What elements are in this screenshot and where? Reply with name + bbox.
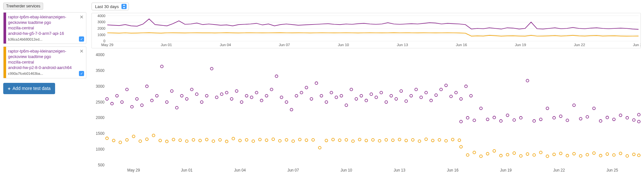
- svg-point-178: [351, 140, 354, 143]
- svg-point-136: [619, 114, 622, 116]
- svg-point-173: [318, 146, 321, 149]
- svg-text:1000: 1000: [98, 33, 106, 37]
- svg-point-58: [205, 94, 208, 97]
- svg-point-184: [391, 139, 394, 142]
- svg-point-105: [440, 88, 442, 91]
- svg-point-60: [215, 96, 218, 99]
- svg-point-39: [111, 102, 113, 105]
- svg-point-191: [438, 139, 441, 141]
- svg-point-151: [172, 138, 175, 141]
- svg-point-49: [160, 65, 163, 68]
- svg-text:Jun 25: Jun 25: [633, 43, 640, 47]
- svg-point-128: [566, 119, 569, 122]
- svg-point-198: [480, 155, 482, 157]
- svg-point-80: [315, 82, 318, 84]
- svg-point-195: [460, 145, 462, 148]
- svg-text:3000: 3000: [96, 84, 104, 89]
- svg-point-93: [380, 91, 382, 94]
- svg-point-91: [370, 93, 372, 95]
- svg-point-153: [186, 140, 188, 143]
- svg-text:Jun 16: Jun 16: [447, 168, 458, 172]
- svg-point-108: [455, 91, 457, 94]
- svg-point-217: [606, 153, 609, 155]
- svg-point-125: [546, 107, 549, 110]
- svg-point-145: [132, 135, 135, 138]
- svg-point-76: [295, 94, 298, 97]
- sidebar: Treeherder services raptor-tp6m-ebay-kle…: [3, 3, 86, 177]
- svg-point-130: [579, 117, 582, 120]
- series-repo: mozilla-central: [8, 25, 76, 31]
- svg-text:May 29: May 29: [127, 168, 140, 172]
- svg-point-96: [395, 98, 398, 100]
- overview-chart[interactable]: 01000200030004000May 29Jun 01Jun 04Jun 0…: [91, 13, 641, 48]
- series-item-1[interactable]: raptor-tp6m-ebay-kleinanzeigen-geckoview…: [3, 12, 86, 44]
- svg-point-78: [305, 86, 308, 89]
- svg-point-209: [553, 153, 555, 156]
- svg-point-213: [579, 154, 582, 157]
- svg-point-123: [533, 120, 535, 122]
- svg-point-68: [255, 91, 258, 94]
- svg-text:1500: 1500: [96, 131, 104, 136]
- svg-point-142: [112, 139, 115, 142]
- svg-point-129: [573, 104, 575, 106]
- svg-point-90: [365, 99, 368, 102]
- svg-text:Jun 07: Jun 07: [287, 168, 299, 172]
- close-icon[interactable]: ✕: [79, 49, 84, 54]
- svg-point-176: [338, 139, 341, 142]
- svg-text:Jun 04: Jun 04: [220, 43, 231, 47]
- svg-point-95: [390, 94, 392, 97]
- svg-point-122: [526, 79, 529, 82]
- svg-point-161: [239, 139, 241, 142]
- close-icon[interactable]: ✕: [79, 15, 84, 20]
- svg-point-53: [180, 94, 183, 97]
- svg-point-115: [480, 107, 482, 110]
- svg-point-192: [445, 140, 447, 142]
- svg-point-216: [599, 154, 602, 157]
- add-more-test-data-button[interactable]: + Add more test data: [3, 83, 55, 94]
- svg-point-141: [106, 137, 108, 140]
- svg-point-67: [250, 96, 253, 99]
- svg-point-120: [513, 119, 515, 121]
- series-hash: c990a7fceb01463ba...: [8, 71, 76, 76]
- svg-point-210: [559, 152, 562, 155]
- svg-point-159: [225, 140, 228, 143]
- svg-point-183: [385, 139, 388, 141]
- svg-point-126: [553, 116, 555, 119]
- svg-point-158: [219, 139, 221, 141]
- svg-point-116: [486, 118, 489, 121]
- svg-text:Jun 22: Jun 22: [553, 168, 565, 172]
- series-repo: mozilla-central: [8, 60, 76, 65]
- svg-text:3000: 3000: [98, 20, 106, 24]
- series-hash: b36ca14b680012ed...: [8, 37, 76, 42]
- svg-point-59: [210, 67, 213, 70]
- svg-point-171: [305, 139, 308, 142]
- svg-text:Jun 19: Jun 19: [500, 168, 512, 172]
- svg-point-150: [166, 140, 168, 143]
- time-range-select[interactable]: Last 30 days: [91, 3, 129, 10]
- svg-point-147: [146, 138, 148, 141]
- svg-point-89: [360, 94, 362, 97]
- svg-text:Jun 01: Jun 01: [181, 168, 193, 172]
- svg-point-182: [378, 140, 381, 142]
- series-item-2[interactable]: raptor-tp6m-ebay-kleinanzeigen-geckoview…: [3, 46, 86, 78]
- svg-point-221: [632, 153, 635, 156]
- svg-point-97: [400, 90, 402, 92]
- svg-point-146: [139, 140, 141, 143]
- svg-point-47: [150, 99, 153, 102]
- svg-point-164: [259, 138, 261, 141]
- svg-point-62: [225, 91, 228, 94]
- detail-chart[interactable]: 5001000150020002500300035004000May 29Jun…: [91, 52, 641, 174]
- svg-point-46: [146, 85, 148, 88]
- svg-point-134: [606, 116, 609, 119]
- series-checkbox[interactable]: ✓: [79, 36, 84, 42]
- svg-point-206: [533, 154, 535, 156]
- svg-point-103: [430, 99, 432, 102]
- svg-point-111: [470, 94, 472, 97]
- series-checkbox[interactable]: ✓: [79, 71, 84, 76]
- services-tag[interactable]: Treeherder services: [3, 3, 43, 10]
- svg-point-98: [405, 100, 408, 102]
- svg-point-188: [418, 140, 421, 143]
- series-color-stripe: [4, 47, 6, 78]
- svg-text:Jun 16: Jun 16: [456, 43, 467, 47]
- svg-point-113: [466, 116, 469, 119]
